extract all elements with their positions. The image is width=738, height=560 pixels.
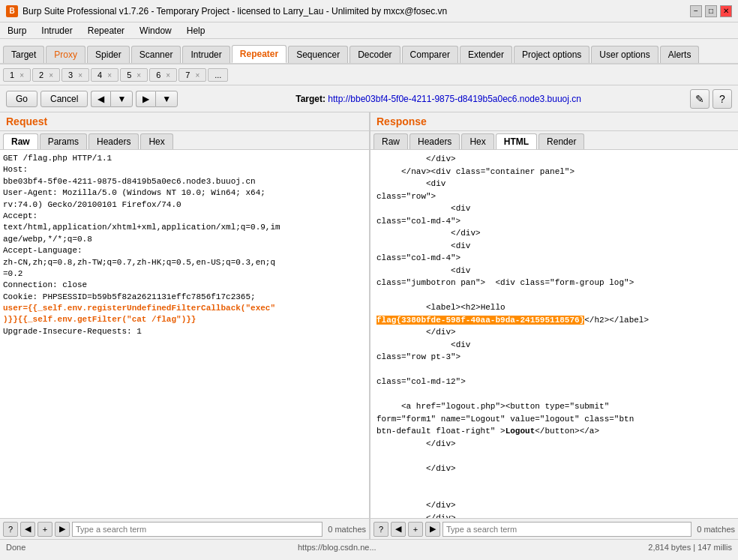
menu-bar: Burp Intruder Repeater Window Help bbox=[0, 22, 738, 39]
response-search-input[interactable] bbox=[442, 522, 692, 537]
target-url: http://bbe03bf4-5f0e-4211-9875-d8419b5a0… bbox=[328, 94, 581, 104]
request-tab-raw[interactable]: Raw bbox=[3, 133, 38, 149]
menu-intruder[interactable]: Intruder bbox=[37, 24, 76, 37]
num-tab-7[interactable]: 7 × bbox=[178, 68, 206, 82]
response-content[interactable]: </div> </nav><div class="container panel… bbox=[370, 150, 738, 518]
help-button[interactable]: ? bbox=[712, 89, 732, 109]
request-header: Request bbox=[0, 112, 369, 131]
response-tab-hex[interactable]: Hex bbox=[461, 133, 494, 149]
tab-extender[interactable]: Extender bbox=[460, 46, 512, 63]
response-sub-tabs: Raw Headers Hex HTML Render bbox=[370, 131, 738, 150]
request-sub-tabs: Raw Params Headers Hex bbox=[0, 131, 369, 150]
request-line-get: GET /flag.php HTTP/1.1 Host: bbe03bf4-5f… bbox=[3, 154, 280, 301]
tab-project-options[interactable]: Project options bbox=[514, 46, 590, 63]
number-tabs-row: 1 × 2 × 3 × 4 × 5 × 6 × 7 × ... bbox=[0, 64, 738, 85]
title-bar: B Burp Suite Professional v1.7.26 - Temp… bbox=[0, 0, 738, 22]
response-header: Response bbox=[370, 112, 738, 131]
response-tab-render[interactable]: Render bbox=[538, 133, 584, 149]
tab-sequencer[interactable]: Sequencer bbox=[288, 46, 348, 63]
status-done: Done bbox=[6, 543, 26, 552]
response-search-prev[interactable]: ◀ bbox=[391, 522, 406, 537]
main-content: Request Raw Params Headers Hex GET /flag… bbox=[0, 112, 738, 539]
request-panel: Request Raw Params Headers Hex GET /flag… bbox=[0, 112, 370, 539]
back-dropdown-button[interactable]: ▼ bbox=[110, 91, 133, 107]
request-search-help[interactable]: ? bbox=[3, 522, 18, 537]
num-tab-more[interactable]: ... bbox=[208, 68, 228, 82]
tab-target[interactable]: Target bbox=[3, 46, 44, 63]
tab-alerts[interactable]: Alerts bbox=[660, 46, 700, 63]
response-tab-headers[interactable]: Headers bbox=[410, 133, 460, 149]
response-search-add[interactable]: + bbox=[408, 522, 423, 537]
forward-dropdown-button[interactable]: ▼ bbox=[155, 91, 178, 107]
request-search-bar: ? ◀ + ▶ 0 matches bbox=[0, 518, 369, 539]
request-tab-hex[interactable]: Hex bbox=[140, 133, 172, 149]
tab-decoder[interactable]: Decoder bbox=[350, 46, 400, 63]
app-title: Burp Suite Professional v1.7.26 - Tempor… bbox=[22, 6, 447, 16]
status-url: https://blog.csdn.ne... bbox=[298, 543, 376, 552]
num-tab-1[interactable]: 1 × bbox=[3, 68, 31, 82]
request-tab-params[interactable]: Params bbox=[40, 133, 87, 149]
menu-help[interactable]: Help bbox=[182, 24, 210, 37]
request-search-input[interactable] bbox=[72, 522, 322, 537]
menu-repeater[interactable]: Repeater bbox=[83, 24, 129, 37]
num-tab-2[interactable]: 2 × bbox=[32, 68, 60, 82]
response-search-bar: ? ◀ + ▶ 0 matches bbox=[370, 518, 738, 539]
tab-proxy[interactable]: Proxy bbox=[46, 46, 86, 63]
app-logo: B bbox=[6, 5, 18, 17]
request-content[interactable]: GET /flag.php HTTP/1.1 Host: bbe03bf4-5f… bbox=[0, 150, 369, 518]
request-search-prev[interactable]: ◀ bbox=[20, 522, 35, 537]
tab-intruder[interactable]: Intruder bbox=[182, 46, 230, 63]
main-tabs: Target Proxy Spider Scanner Intruder Rep… bbox=[0, 39, 738, 64]
tab-repeater[interactable]: Repeater bbox=[232, 45, 286, 63]
response-title: Response bbox=[376, 115, 427, 127]
response-panel: Response Raw Headers Hex HTML Render </d… bbox=[370, 112, 738, 539]
toolbar: Go Cancel ◀ ▼ ▶ ▼ Target: http://bbe03bf… bbox=[0, 85, 738, 112]
back-button[interactable]: ◀ bbox=[91, 91, 110, 107]
request-title: Request bbox=[6, 115, 47, 127]
forward-button[interactable]: ▶ bbox=[136, 91, 155, 107]
num-tab-5[interactable]: 5 × bbox=[120, 68, 148, 82]
cancel-button[interactable]: Cancel bbox=[40, 91, 88, 107]
edit-target-button[interactable]: ✎ bbox=[690, 89, 710, 109]
tab-comparer[interactable]: Comparer bbox=[402, 46, 458, 63]
request-search-add[interactable]: + bbox=[38, 522, 52, 537]
request-search-next[interactable]: ▶ bbox=[55, 522, 70, 537]
response-tab-raw[interactable]: Raw bbox=[374, 133, 408, 149]
response-search-help[interactable]: ? bbox=[374, 522, 388, 537]
status-bytes: 2,814 bytes | 147 millis bbox=[648, 543, 732, 552]
target-label: Target: http://bbe03bf4-5f0e-4211-9875-d… bbox=[190, 94, 687, 104]
request-matches: 0 matches bbox=[328, 525, 366, 534]
close-button[interactable]: ✕ bbox=[720, 5, 732, 17]
maximize-button[interactable]: □ bbox=[705, 5, 717, 17]
menu-burp[interactable]: Burp bbox=[3, 24, 31, 37]
response-search-next[interactable]: ▶ bbox=[425, 522, 440, 537]
tab-spider[interactable]: Spider bbox=[87, 46, 130, 63]
request-remaining: Upgrade-Insecure-Requests: 1 bbox=[3, 327, 142, 336]
request-cookie-highlight: user={{_self.env.registerUndefinedFilter… bbox=[3, 304, 275, 324]
response-tab-html[interactable]: HTML bbox=[496, 133, 537, 149]
menu-window[interactable]: Window bbox=[135, 24, 176, 37]
response-line-1: </div> </nav><div class="container panel… bbox=[376, 154, 634, 312]
num-tab-3[interactable]: 3 × bbox=[62, 68, 89, 82]
tab-scanner[interactable]: Scanner bbox=[131, 46, 182, 63]
go-button[interactable]: Go bbox=[6, 91, 38, 107]
status-bar: Done https://blog.csdn.ne... 2,814 bytes… bbox=[0, 539, 738, 554]
request-tab-headers[interactable]: Headers bbox=[88, 133, 139, 149]
num-tab-6[interactable]: 6 × bbox=[149, 68, 177, 82]
tab-user-options[interactable]: User options bbox=[591, 46, 658, 63]
num-tab-4[interactable]: 4 × bbox=[91, 68, 118, 82]
minimize-button[interactable]: − bbox=[690, 5, 702, 17]
response-matches: 0 matches bbox=[697, 525, 735, 534]
response-flag-line: flag{3380bfde-598f-40aa-b9da-24159511857… bbox=[376, 316, 649, 519]
